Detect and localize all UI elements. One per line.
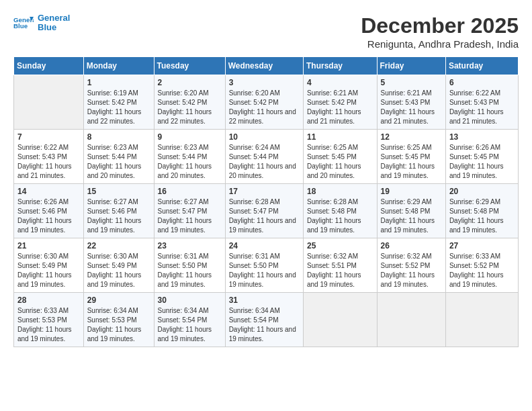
sunset: Sunset: 5:45 PM (449, 152, 515, 162)
calendar-cell (445, 293, 518, 347)
sunset: Sunset: 5:50 PM (158, 261, 222, 271)
location: Renigunta, Andhra Pradesh, India (361, 38, 519, 50)
day-number: 26 (381, 241, 442, 250)
day-number: 7 (17, 132, 80, 142)
sunrise: Sunrise: 6:31 AM (158, 252, 222, 261)
calendar-cell (377, 293, 445, 347)
calendar-cell: 17 Sunrise: 6:28 AM Sunset: 5:47 PM Dayl… (225, 184, 303, 238)
sunrise: Sunrise: 6:34 AM (229, 306, 300, 316)
daylight: Daylight: 11 hours and 19 minutes. (158, 271, 222, 289)
day-info: Sunrise: 6:23 AM Sunset: 5:44 PM Dayligh… (158, 143, 222, 181)
daylight: Daylight: 11 hours and 19 minutes. (87, 216, 150, 235)
svg-text:Blue: Blue (13, 23, 28, 30)
sunrise: Sunrise: 6:25 AM (307, 143, 373, 152)
day-info: Sunrise: 6:20 AM Sunset: 5:42 PM Dayligh… (229, 89, 300, 126)
daylight: Daylight: 11 hours and 19 minutes. (381, 216, 442, 235)
day-number: 15 (87, 187, 150, 196)
daylight: Daylight: 11 hours and 20 minutes. (229, 162, 300, 181)
calendar-cell: 11 Sunrise: 6:25 AM Sunset: 5:45 PM Dayl… (303, 130, 377, 184)
calendar-cell: 21 Sunrise: 6:30 AM Sunset: 5:49 PM Dayl… (14, 238, 84, 293)
day-number: 8 (87, 132, 150, 142)
sunrise: Sunrise: 6:23 AM (87, 143, 150, 152)
calendar-cell: 26 Sunrise: 6:32 AM Sunset: 5:52 PM Dayl… (377, 238, 445, 293)
day-number: 27 (449, 241, 515, 250)
daylight: Daylight: 11 hours and 19 minutes. (17, 325, 80, 344)
daylight: Daylight: 11 hours and 19 minutes. (449, 271, 515, 289)
sunrise: Sunrise: 6:24 AM (229, 143, 300, 152)
day-info: Sunrise: 6:29 AM Sunset: 5:48 PM Dayligh… (381, 197, 442, 235)
calendar-cell: 1 Sunrise: 6:19 AM Sunset: 5:42 PM Dayli… (83, 75, 154, 130)
sunrise: Sunrise: 6:20 AM (158, 89, 222, 98)
calendar-cell: 3 Sunrise: 6:20 AM Sunset: 5:42 PM Dayli… (225, 75, 303, 130)
header-row: SundayMondayTuesdayWednesdayThursdayFrid… (14, 57, 519, 75)
daylight: Daylight: 11 hours and 19 minutes. (87, 325, 150, 344)
month-title: December 2025 (361, 13, 519, 38)
sunset: Sunset: 5:45 PM (381, 152, 442, 162)
calendar-cell: 20 Sunrise: 6:29 AM Sunset: 5:48 PM Dayl… (445, 184, 518, 238)
calendar-cell: 30 Sunrise: 6:34 AM Sunset: 5:54 PM Dayl… (154, 293, 225, 347)
sunrise: Sunrise: 6:33 AM (17, 306, 80, 316)
calendar-week-4: 21 Sunrise: 6:30 AM Sunset: 5:49 PM Dayl… (14, 238, 519, 293)
day-info: Sunrise: 6:31 AM Sunset: 5:50 PM Dayligh… (229, 252, 300, 289)
day-info: Sunrise: 6:26 AM Sunset: 5:45 PM Dayligh… (449, 143, 515, 181)
calendar-cell: 29 Sunrise: 6:34 AM Sunset: 5:53 PM Dayl… (83, 293, 154, 347)
daylight: Daylight: 11 hours and 19 minutes. (449, 216, 515, 235)
day-number: 12 (381, 132, 442, 142)
sunset: Sunset: 5:54 PM (229, 316, 300, 325)
day-info: Sunrise: 6:26 AM Sunset: 5:46 PM Dayligh… (17, 197, 80, 235)
header-sunday: Sunday (14, 57, 84, 75)
logo-text2: Blue (38, 23, 70, 32)
sunrise: Sunrise: 6:33 AM (449, 252, 515, 261)
day-info: Sunrise: 6:25 AM Sunset: 5:45 PM Dayligh… (307, 143, 373, 181)
sunset: Sunset: 5:43 PM (381, 98, 442, 107)
daylight: Daylight: 11 hours and 19 minutes. (17, 216, 80, 235)
day-info: Sunrise: 6:27 AM Sunset: 5:47 PM Dayligh… (158, 197, 222, 235)
sunset: Sunset: 5:43 PM (17, 152, 80, 162)
calendar-cell: 14 Sunrise: 6:26 AM Sunset: 5:46 PM Dayl… (14, 184, 84, 238)
sunrise: Sunrise: 6:28 AM (307, 197, 373, 207)
sunrise: Sunrise: 6:32 AM (381, 252, 442, 261)
calendar-week-3: 14 Sunrise: 6:26 AM Sunset: 5:46 PM Dayl… (14, 184, 519, 238)
sunset: Sunset: 5:48 PM (381, 207, 442, 216)
day-number: 4 (307, 78, 373, 87)
sunset: Sunset: 5:50 PM (229, 261, 300, 271)
day-info: Sunrise: 6:30 AM Sunset: 5:49 PM Dayligh… (87, 252, 150, 289)
calendar-cell: 25 Sunrise: 6:32 AM Sunset: 5:51 PM Dayl… (303, 238, 377, 293)
day-info: Sunrise: 6:34 AM Sunset: 5:54 PM Dayligh… (229, 306, 300, 344)
calendar-cell: 6 Sunrise: 6:22 AM Sunset: 5:43 PM Dayli… (445, 75, 518, 130)
daylight: Daylight: 11 hours and 21 minutes. (307, 107, 373, 126)
calendar-cell: 28 Sunrise: 6:33 AM Sunset: 5:53 PM Dayl… (14, 293, 84, 347)
logo-icon: General Blue (13, 15, 34, 31)
sunset: Sunset: 5:49 PM (17, 261, 80, 271)
sunrise: Sunrise: 6:26 AM (449, 143, 515, 152)
sunrise: Sunrise: 6:28 AM (229, 197, 300, 207)
day-number: 28 (17, 295, 80, 305)
sunset: Sunset: 5:42 PM (307, 98, 373, 107)
sunset: Sunset: 5:42 PM (229, 98, 300, 107)
sunrise: Sunrise: 6:26 AM (17, 197, 80, 207)
calendar-cell: 18 Sunrise: 6:28 AM Sunset: 5:48 PM Dayl… (303, 184, 377, 238)
calendar-cell: 9 Sunrise: 6:23 AM Sunset: 5:44 PM Dayli… (154, 130, 225, 184)
sunset: Sunset: 5:48 PM (449, 207, 515, 216)
daylight: Daylight: 11 hours and 19 minutes. (87, 271, 150, 289)
day-number: 30 (158, 295, 222, 305)
sunset: Sunset: 5:51 PM (307, 261, 373, 271)
daylight: Daylight: 11 hours and 19 minutes. (449, 162, 515, 181)
day-number: 17 (229, 187, 300, 196)
day-number: 19 (381, 187, 442, 196)
page-header: General Blue General Blue December 2025 … (13, 13, 519, 50)
sunrise: Sunrise: 6:21 AM (381, 89, 442, 98)
sunrise: Sunrise: 6:29 AM (449, 197, 515, 207)
calendar-cell: 16 Sunrise: 6:27 AM Sunset: 5:47 PM Dayl… (154, 184, 225, 238)
daylight: Daylight: 11 hours and 19 minutes. (229, 325, 300, 344)
day-number: 20 (449, 187, 515, 196)
day-info: Sunrise: 6:31 AM Sunset: 5:50 PM Dayligh… (158, 252, 222, 289)
logo-text: General (38, 13, 70, 23)
calendar-week-5: 28 Sunrise: 6:33 AM Sunset: 5:53 PM Dayl… (14, 293, 519, 347)
header-thursday: Thursday (303, 57, 377, 75)
daylight: Daylight: 11 hours and 19 minutes. (17, 271, 80, 289)
title-block: December 2025 Renigunta, Andhra Pradesh,… (361, 13, 519, 50)
day-number: 29 (87, 295, 150, 305)
sunrise: Sunrise: 6:25 AM (381, 143, 442, 152)
sunset: Sunset: 5:42 PM (87, 98, 150, 107)
